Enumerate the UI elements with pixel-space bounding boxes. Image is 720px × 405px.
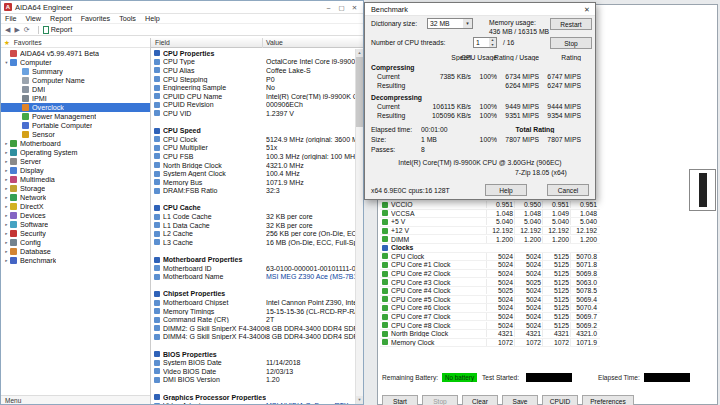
sidebar-item-summary[interactable]: Summary xyxy=(1,67,150,76)
sidebar-item-aida64-v5-99-4971-beta[interactable]: AIDA64 v5.99.4971 Beta xyxy=(1,49,150,58)
sidebar-item-config[interactable]: ▸Config xyxy=(1,238,150,247)
menu-tools[interactable]: Tools xyxy=(119,14,136,24)
sidebar-item-benchmark[interactable]: ▸Benchmark xyxy=(1,256,150,265)
clear-button[interactable]: Clear xyxy=(462,395,498,405)
field-row[interactable]: CPU Multiplier51x xyxy=(151,144,355,153)
save-button[interactable]: Save xyxy=(502,395,538,405)
field-row[interactable]: Video BIOS Date12/03/13 xyxy=(151,367,355,376)
section-header-row[interactable]: CPU Cache xyxy=(151,204,355,213)
expand-arrow-icon[interactable]: ▸ xyxy=(3,240,10,245)
field-row[interactable]: CPUID Revision000906ECh xyxy=(151,101,355,110)
stop-benchmark-button[interactable]: Stop xyxy=(550,37,592,49)
back-icon[interactable]: ◀ xyxy=(5,26,10,34)
sidebar-item-operating-system[interactable]: ▸Operating System xyxy=(1,148,150,157)
menu-file[interactable]: File xyxy=(5,14,17,24)
sidebar-item-network[interactable]: ▸Network xyxy=(1,193,150,202)
scroll-up-icon[interactable]: ▲ xyxy=(356,49,363,57)
sidebar-item-ipmi[interactable]: IPMI xyxy=(1,94,150,103)
field-row[interactable]: Motherboard ID63-0100-000001-00101111-04… xyxy=(151,264,355,273)
dialog-close-icon[interactable]: ✕ xyxy=(579,3,595,16)
expand-arrow-icon[interactable]: ▾ xyxy=(3,60,10,65)
dictionary-size-select[interactable]: 32 MB ▾ xyxy=(427,18,473,29)
menu-view[interactable]: View xyxy=(26,14,41,24)
expand-arrow-icon[interactable]: ▸ xyxy=(3,159,10,164)
section-header-row[interactable]: CPU Speed xyxy=(151,126,355,135)
field-column-header[interactable]: Field xyxy=(151,38,263,48)
expand-arrow-icon[interactable]: ▸ xyxy=(3,249,10,254)
scroll-down-icon[interactable]: ▼ xyxy=(356,396,363,404)
field-row[interactable]: Memory Timings15-15-15-36 (CL-RCD-RP-RAS… xyxy=(151,307,355,316)
close-button[interactable]: ✕ xyxy=(348,2,361,13)
scrollbar-thumb[interactable] xyxy=(356,57,363,127)
sidebar-item-multimedia[interactable]: ▸Multimedia xyxy=(1,175,150,184)
sidebar-item-sensor[interactable]: Sensor xyxy=(1,130,150,139)
field-row[interactable]: CPUID CPU NameIntel(R) Core(TM) i9-9900K… xyxy=(151,92,355,101)
field-row[interactable]: Video AdapterMSI NVIDIA GeForce RTX... xyxy=(151,401,355,404)
field-row[interactable]: DIMM2: G Skill SniperX F4-3400C16-16...8… xyxy=(151,324,355,333)
field-row[interactable]: System BIOS Date11/14/2018 xyxy=(151,358,355,367)
stepper-arrows[interactable]: ▲ ▼ xyxy=(489,38,496,47)
expand-arrow-icon[interactable]: ▸ xyxy=(3,231,10,236)
refresh-icon[interactable]: ⟳ xyxy=(24,26,30,34)
sidebar-item-devices[interactable]: ▸Devices xyxy=(1,211,150,220)
field-row[interactable]: CPU FSB100.3 MHz (original: 100 MHz) xyxy=(151,152,355,161)
expand-arrow-icon[interactable]: ▸ xyxy=(3,222,10,227)
expand-arrow-icon[interactable]: ▸ xyxy=(3,213,10,218)
sidebar-item-dmi[interactable]: DMI xyxy=(1,85,150,94)
start-button[interactable]: Start xyxy=(382,395,418,405)
sidebar-item-storage[interactable]: ▸Storage xyxy=(1,184,150,193)
expand-arrow-icon[interactable]: ▸ xyxy=(3,141,10,146)
sidebar-item-motherboard[interactable]: ▸Motherboard xyxy=(1,139,150,148)
favorites-tab[interactable]: ★ Favorites xyxy=(1,38,150,48)
cancel-button[interactable]: Cancel xyxy=(547,184,589,196)
sidebar-item-computer[interactable]: ▾Computer xyxy=(1,58,150,67)
expand-arrow-icon[interactable]: ▸ xyxy=(3,168,10,173)
restart-button[interactable]: Restart xyxy=(550,18,592,30)
content-scrollbar[interactable]: ▲ ▼ xyxy=(355,49,363,404)
combo-arrow-icon[interactable]: ▾ xyxy=(463,19,472,28)
sidebar-item-server[interactable]: ▸Server xyxy=(1,157,150,166)
cpuid-button[interactable]: CPUID xyxy=(542,395,578,405)
field-row[interactable]: CPU VID1.2397 V xyxy=(151,109,355,118)
maximize-button[interactable]: ▢ xyxy=(335,2,348,13)
menu-status-tab[interactable]: Menu xyxy=(1,395,150,404)
expand-arrow-icon[interactable]: ▸ xyxy=(3,150,10,155)
sidebar-item-software[interactable]: ▸Software xyxy=(1,220,150,229)
sidebar-item-directx[interactable]: ▸DirectX xyxy=(1,202,150,211)
field-row[interactable]: L3 Cache16 MB (On-Die, ECC, Full-Speed) xyxy=(151,238,355,247)
section-header-row[interactable]: BIOS Properties xyxy=(151,350,355,359)
value-column-header[interactable]: Value xyxy=(263,38,363,48)
field-row[interactable]: CPU SteppingP0 xyxy=(151,75,355,84)
forward-icon[interactable]: ▶ xyxy=(14,26,19,34)
field-row[interactable]: CPU AliasCoffee Lake-S xyxy=(151,66,355,75)
section-header-row[interactable]: Chipset Properties xyxy=(151,290,355,299)
cpu-threads-stepper[interactable]: 1 ▲ ▼ xyxy=(473,37,497,48)
field-row[interactable]: DMI BIOS Version1.20 xyxy=(151,376,355,385)
help-button[interactable]: Help xyxy=(485,184,527,196)
sidebar-item-computer-name[interactable]: Computer Name xyxy=(1,76,150,85)
field-row[interactable]: L1 Data Cache32 KB per core xyxy=(151,221,355,230)
field-row[interactable]: DIMM4: G Skill SniperX F4-3400C16-16...8… xyxy=(151,333,355,342)
field-row[interactable]: Motherboard ChipsetIntel Cannon Point Z3… xyxy=(151,298,355,307)
stop-button[interactable]: Stop xyxy=(422,395,458,405)
field-row[interactable]: DRAM:FSB Ratio32:3 xyxy=(151,187,355,196)
expand-arrow-icon[interactable]: ▸ xyxy=(3,204,10,209)
sidebar-item-power-management[interactable]: Power Management xyxy=(1,112,150,121)
field-row[interactable]: CPU TypeOctalCore Intel Core i9-9900K xyxy=(151,58,355,67)
titlebar[interactable]: A AIDA64 Engineer – ▢ ✕ xyxy=(1,1,363,14)
section-header-row[interactable]: Motherboard Properties xyxy=(151,255,355,264)
field-row[interactable]: Memory Bus1071.9 MHz xyxy=(151,178,355,187)
field-row[interactable]: Command Rate (CR)2T xyxy=(151,315,355,324)
preferences-button[interactable]: Preferences xyxy=(582,395,634,405)
section-header-row[interactable]: CPU Properties xyxy=(151,49,355,58)
minimize-button[interactable]: – xyxy=(322,2,335,13)
expand-arrow-icon[interactable]: ▸ xyxy=(3,195,10,200)
report-button[interactable]: Report xyxy=(43,25,73,34)
dialog-titlebar[interactable]: Benchmark ✕ xyxy=(365,3,595,16)
section-header-row[interactable]: Graphics Processor Properties xyxy=(151,393,355,402)
field-row[interactable]: CPU Clock5124.9 MHz (original: 3600 MHz,… xyxy=(151,135,355,144)
menu-help[interactable]: Help xyxy=(145,14,160,24)
sidebar-item-display[interactable]: ▸Display xyxy=(1,166,150,175)
field-row[interactable]: System Agent Clock100.4 MHz xyxy=(151,169,355,178)
menu-favorites[interactable]: Favorites xyxy=(81,14,111,24)
